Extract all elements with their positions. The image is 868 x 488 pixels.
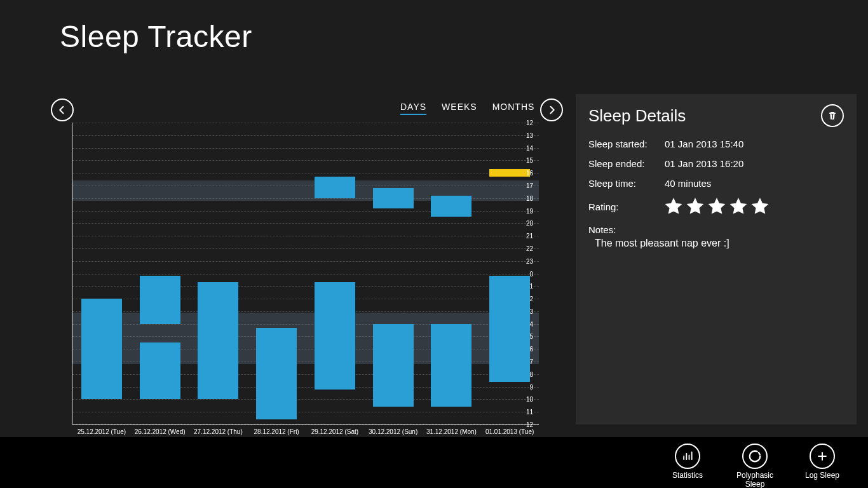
star-icon[interactable] [686, 198, 704, 215]
sleep-bar[interactable] [256, 328, 297, 419]
y-tick-label: 18 [526, 194, 533, 201]
sleep-bar[interactable] [140, 342, 180, 399]
x-tick-label: 25.12.2012 (Tue) [72, 428, 131, 435]
star-icon[interactable] [729, 198, 747, 215]
y-tick-label: 12 [526, 119, 533, 126]
x-tick-label: 27.12.2012 (Thu) [189, 428, 248, 435]
value-time: 40 minutes [665, 178, 711, 189]
sleep-bar[interactable] [198, 282, 238, 399]
sleep-chart: 25.12.2012 (Tue)26.12.2012 (Wed)27.12.20… [69, 123, 539, 424]
y-tick-label: 3 [529, 308, 533, 315]
y-tick-label: 17 [526, 182, 533, 189]
y-tick-label: 1 [529, 283, 533, 290]
sleep-bar[interactable] [431, 324, 471, 407]
value-started: 01 Jan 2013 15:40 [665, 139, 743, 149]
page-title: Sleep Tracker [60, 19, 252, 54]
y-tick-label: 12 [526, 421, 533, 428]
day-column[interactable]: 28.12.2012 (Fri) [247, 123, 306, 424]
label-time: Sleep time: [588, 178, 665, 189]
polyphasic-label: Polyphasic Sleep [732, 471, 778, 488]
delete-button[interactable] [821, 104, 844, 127]
next-range-button[interactable] [540, 98, 563, 121]
grid-line [72, 424, 539, 425]
y-tick-label: 9 [529, 383, 533, 390]
day-column[interactable]: 30.12.2012 (Sun) [364, 123, 423, 424]
sleep-bar[interactable] [315, 282, 355, 389]
x-tick-label: 31.12.2012 (Mon) [423, 428, 481, 435]
rating-stars[interactable] [665, 198, 769, 215]
sleep-bar[interactable] [489, 276, 530, 381]
label-ended: Sleep ended: [588, 158, 665, 169]
day-column[interactable]: 29.12.2012 (Sat) [306, 123, 364, 424]
sleep-bar[interactable] [373, 188, 414, 208]
sleep-bar[interactable] [81, 299, 122, 399]
x-tick-label: 01.01.2013 (Tue) [480, 428, 539, 435]
plus-icon [816, 450, 829, 463]
sleep-bar-selected[interactable] [489, 169, 530, 177]
chart-columns: 25.12.2012 (Tue)26.12.2012 (Wed)27.12.20… [72, 123, 539, 424]
star-icon[interactable] [751, 198, 769, 215]
y-tick-label: 7 [529, 358, 533, 365]
polyphasic-button[interactable]: Polyphasic Sleep [732, 444, 778, 488]
polyphasic-icon [748, 449, 762, 463]
day-column[interactable]: 26.12.2012 (Wed) [131, 123, 189, 424]
y-tick-label: 13 [526, 132, 533, 139]
statistics-button[interactable]: Statistics [665, 444, 710, 480]
arrow-right-icon [546, 104, 557, 116]
log-sleep-button[interactable]: Log Sleep [799, 444, 845, 480]
sleep-bar[interactable] [431, 196, 471, 217]
day-column[interactable]: 25.12.2012 (Tue) [72, 123, 131, 424]
y-tick-label: 21 [526, 233, 533, 240]
y-tick-label: 6 [529, 346, 533, 353]
tab-weeks[interactable]: WEEKS [442, 102, 477, 115]
y-tick-label: 16 [526, 170, 533, 177]
tab-days[interactable]: DAYS [400, 102, 426, 115]
sleep-bar[interactable] [373, 324, 414, 407]
x-tick-label: 30.12.2012 (Sun) [364, 428, 423, 435]
y-tick-label: 23 [526, 257, 533, 264]
value-notes: The most pleasant nap ever :] [588, 238, 844, 249]
y-tick-label: 14 [526, 144, 533, 151]
day-column[interactable]: 31.12.2012 (Mon) [423, 123, 481, 424]
y-tick-label: 8 [529, 370, 533, 377]
sleep-details-panel: Sleep Details Sleep started:01 Jan 2013 … [576, 94, 857, 424]
y-tick-label: 15 [526, 157, 533, 164]
value-ended: 01 Jan 2013 16:20 [665, 158, 743, 169]
sleep-bar[interactable] [315, 177, 355, 198]
arrow-left-icon [57, 104, 68, 116]
y-tick-label: 2 [529, 295, 533, 302]
range-tabs: DAYS WEEKS MONTHS [400, 102, 534, 115]
y-tick-label: 5 [529, 333, 533, 340]
y-tick-label: 0 [529, 270, 533, 277]
trash-icon [827, 110, 838, 121]
star-icon[interactable] [665, 198, 682, 215]
app-bar: Statistics Polyphasic Sleep Log Sleep [0, 437, 868, 488]
y-tick-label: 19 [526, 207, 533, 214]
y-tick-label: 20 [526, 220, 533, 227]
star-icon[interactable] [708, 198, 726, 215]
sleep-bar[interactable] [140, 276, 180, 323]
day-column[interactable]: 27.12.2012 (Thu) [189, 123, 248, 424]
y-tick-label: 11 [526, 409, 533, 416]
y-tick-label: 4 [529, 320, 533, 327]
label-started: Sleep started: [588, 139, 665, 149]
x-tick-label: 29.12.2012 (Sat) [306, 428, 364, 435]
statistics-icon [681, 450, 694, 463]
log-sleep-label: Log Sleep [805, 471, 839, 480]
y-tick-label: 10 [526, 396, 533, 403]
statistics-label: Statistics [672, 471, 703, 480]
prev-range-button[interactable] [51, 98, 74, 121]
details-title: Sleep Details [588, 106, 686, 126]
x-tick-label: 26.12.2012 (Wed) [131, 428, 189, 435]
label-rating: Rating: [588, 201, 665, 212]
y-tick-label: 22 [526, 245, 533, 252]
x-tick-label: 28.12.2012 (Fri) [247, 428, 306, 435]
label-notes: Notes: [588, 224, 844, 235]
tab-months[interactable]: MONTHS [492, 102, 535, 115]
